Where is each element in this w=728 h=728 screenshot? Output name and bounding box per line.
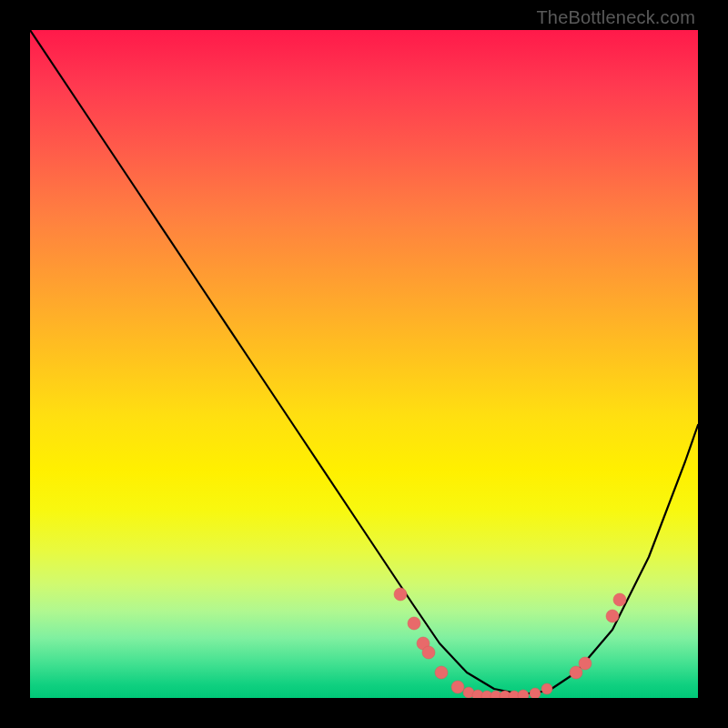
svg-point-14 <box>541 683 552 694</box>
data-markers <box>394 588 626 698</box>
svg-point-0 <box>394 588 407 601</box>
svg-point-4 <box>435 666 448 679</box>
svg-point-13 <box>530 688 541 698</box>
svg-point-12 <box>518 690 529 698</box>
curve-line <box>30 30 698 694</box>
svg-point-1 <box>408 617 420 630</box>
svg-point-16 <box>579 657 592 670</box>
svg-point-3 <box>422 646 435 659</box>
svg-point-18 <box>613 593 626 606</box>
watermark-text: TheBottleneck.com <box>536 7 695 28</box>
svg-point-5 <box>451 681 464 693</box>
chart-svg <box>30 30 698 698</box>
svg-point-17 <box>606 610 619 622</box>
